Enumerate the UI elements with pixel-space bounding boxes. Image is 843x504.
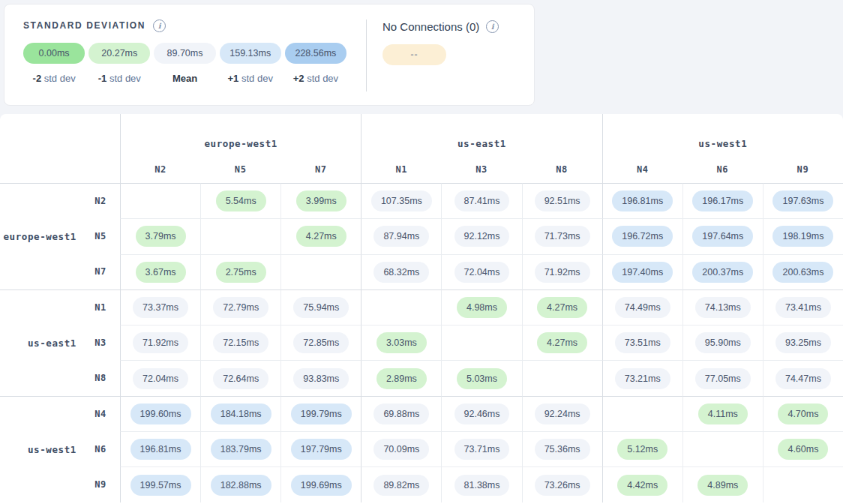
vertical-divider xyxy=(366,20,367,92)
latency-cell[interactable]: 93.83ms xyxy=(280,360,361,395)
latency-cell[interactable]: 199.57ms xyxy=(120,466,200,502)
latency-cell[interactable]: 196.72ms xyxy=(602,218,682,254)
latency-cell[interactable]: 72.85ms xyxy=(280,325,361,360)
latency-cell[interactable]: 72.04ms xyxy=(120,360,200,395)
latency-cell[interactable]: 93.25ms xyxy=(763,325,843,360)
latency-value-pill: 87.94ms xyxy=(374,226,429,247)
latency-value-pill: 73.21ms xyxy=(615,368,670,389)
latency-value-pill: 75.94ms xyxy=(293,297,349,318)
latency-cell[interactable] xyxy=(200,218,280,254)
latency-cell[interactable]: 197.79ms xyxy=(280,431,361,466)
latency-cell[interactable]: 199.69ms xyxy=(280,466,361,502)
latency-cell[interactable] xyxy=(361,290,441,325)
latency-cell[interactable]: 3.67ms xyxy=(120,254,200,290)
latency-cell[interactable]: 199.79ms xyxy=(280,396,361,431)
latency-cell[interactable]: 4.27ms xyxy=(522,290,602,325)
latency-cell[interactable]: 197.64ms xyxy=(682,218,763,254)
latency-cell[interactable]: 183.79ms xyxy=(200,431,280,466)
latency-cell[interactable]: 70.09ms xyxy=(361,431,441,466)
latency-cell[interactable] xyxy=(441,325,521,360)
latency-cell[interactable]: 74.13ms xyxy=(682,290,763,325)
latency-cell[interactable]: 92.51ms xyxy=(522,183,602,218)
latency-cell[interactable] xyxy=(763,466,843,502)
latency-cell[interactable]: 73.41ms xyxy=(763,290,843,325)
latency-cell[interactable]: 4.70ms xyxy=(763,396,843,431)
latency-cell[interactable]: 200.63ms xyxy=(763,254,843,290)
latency-cell[interactable]: 3.99ms xyxy=(280,183,361,218)
latency-cell[interactable]: 69.88ms xyxy=(361,396,441,431)
latency-cell[interactable]: 4.42ms xyxy=(602,466,682,502)
latency-value-pill: 92.12ms xyxy=(454,226,510,247)
latency-cell[interactable]: 68.32ms xyxy=(361,254,441,290)
latency-cell[interactable]: 81.38ms xyxy=(441,466,521,502)
latency-cell[interactable]: 74.49ms xyxy=(602,290,682,325)
latency-cell[interactable]: 182.88ms xyxy=(200,466,280,502)
latency-cell[interactable]: 4.60ms xyxy=(763,431,843,466)
latency-cell[interactable]: 5.54ms xyxy=(200,183,280,218)
latency-cell[interactable]: 4.98ms xyxy=(441,290,521,325)
latency-cell[interactable]: 4.89ms xyxy=(682,466,763,502)
latency-cell[interactable]: 92.12ms xyxy=(441,218,521,254)
latency-cell[interactable]: 4.27ms xyxy=(522,325,602,360)
latency-cell[interactable]: 196.17ms xyxy=(682,183,763,218)
latency-cell[interactable]: 77.05ms xyxy=(682,360,763,395)
latency-cell[interactable]: 3.03ms xyxy=(361,325,441,360)
latency-cell[interactable]: 71.73ms xyxy=(522,218,602,254)
latency-cell[interactable]: 72.04ms xyxy=(441,254,521,290)
latency-cell[interactable]: 71.92ms xyxy=(522,254,602,290)
latency-cell[interactable] xyxy=(682,431,763,466)
latency-value-pill: 95.90ms xyxy=(695,332,751,353)
latency-value-pill: 197.64ms xyxy=(692,226,753,247)
latency-cell[interactable]: 87.41ms xyxy=(441,183,521,218)
latency-cell[interactable]: 73.71ms xyxy=(441,431,521,466)
latency-cell[interactable]: 75.36ms xyxy=(522,431,602,466)
latency-cell[interactable]: 72.64ms xyxy=(200,360,280,395)
latency-cell[interactable]: 92.24ms xyxy=(522,396,602,431)
latency-cell[interactable]: 2.89ms xyxy=(361,360,441,395)
latency-cell[interactable] xyxy=(522,360,602,395)
latency-value-pill: 4.11ms xyxy=(698,404,748,424)
latency-cell[interactable]: 73.37ms xyxy=(120,290,200,325)
latency-cell[interactable]: 73.51ms xyxy=(602,325,682,360)
info-icon[interactable]: i xyxy=(486,20,499,33)
latency-cell[interactable]: 196.81ms xyxy=(120,431,200,466)
latency-cell[interactable] xyxy=(120,183,200,218)
latency-cell[interactable]: 3.79ms xyxy=(120,218,200,254)
latency-value-pill: 4.27ms xyxy=(537,297,587,318)
latency-cell[interactable]: 198.19ms xyxy=(763,218,843,254)
latency-value-pill: 72.15ms xyxy=(213,332,268,353)
latency-cell[interactable]: 107.35ms xyxy=(361,183,441,218)
latency-cell[interactable]: 2.75ms xyxy=(200,254,280,290)
latency-cell[interactable] xyxy=(602,396,682,431)
latency-cell[interactable]: 184.18ms xyxy=(200,396,280,431)
latency-cell[interactable]: 72.15ms xyxy=(200,325,280,360)
latency-cell[interactable]: 74.47ms xyxy=(763,360,843,395)
latency-cell[interactable]: 4.27ms xyxy=(280,218,361,254)
latency-cell[interactable]: 72.79ms xyxy=(200,290,280,325)
latency-value-pill: 73.71ms xyxy=(454,439,510,460)
latency-cell[interactable]: 87.94ms xyxy=(361,218,441,254)
latency-cell[interactable]: 95.90ms xyxy=(682,325,763,360)
latency-cell[interactable]: 197.40ms xyxy=(602,254,682,290)
latency-cell[interactable] xyxy=(280,254,361,290)
row-node-label: N7 xyxy=(81,254,120,290)
latency-cell[interactable]: 4.11ms xyxy=(682,396,763,431)
latency-cell[interactable]: 197.63ms xyxy=(763,183,843,218)
latency-cell[interactable]: 92.46ms xyxy=(441,396,521,431)
latency-cell[interactable]: 200.37ms xyxy=(682,254,763,290)
info-icon[interactable]: i xyxy=(153,20,166,32)
legend-label: -2 std dev xyxy=(23,73,85,84)
latency-cell[interactable]: 73.21ms xyxy=(602,360,682,395)
latency-cell[interactable]: 5.12ms xyxy=(602,431,682,466)
latency-cell[interactable]: 71.92ms xyxy=(120,325,200,360)
latency-cell[interactable]: 89.82ms xyxy=(361,466,441,502)
latency-cell[interactable]: 75.94ms xyxy=(280,290,361,325)
latency-cell[interactable]: 199.60ms xyxy=(120,396,200,431)
latency-value-pill: 74.49ms xyxy=(615,297,670,318)
latency-cell[interactable]: 5.03ms xyxy=(441,360,521,395)
latency-cell[interactable]: 73.26ms xyxy=(522,466,602,502)
latency-cell[interactable]: 196.81ms xyxy=(602,183,682,218)
latency-value-pill: 200.63ms xyxy=(772,262,833,283)
column-node-header: N9 xyxy=(763,156,843,183)
latency-value-pill: 4.98ms xyxy=(457,297,507,318)
